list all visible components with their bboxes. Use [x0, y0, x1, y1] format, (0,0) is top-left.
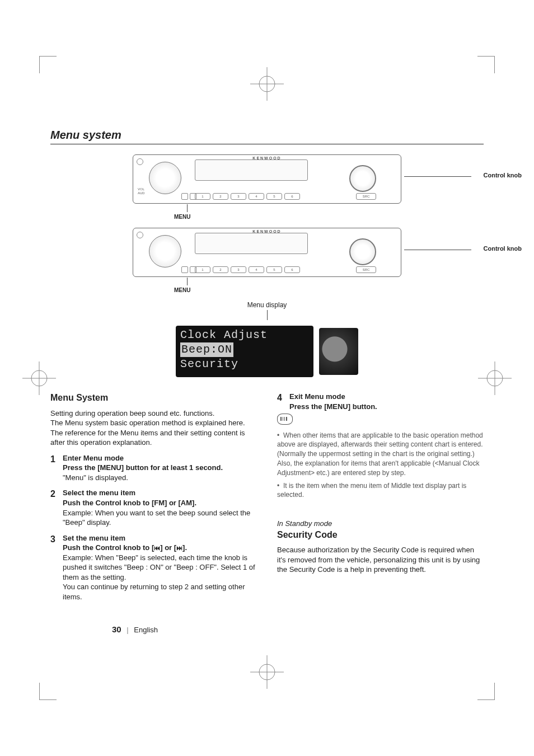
step-title: Set the menu item [63, 533, 257, 543]
step-tail: You can continue by returning to step 2 … [63, 582, 257, 602]
port-icon [137, 232, 143, 238]
rewind-icon: ⏮ [154, 545, 160, 551]
small-buttons [181, 193, 196, 200]
src-button-icon: SRC [356, 193, 376, 200]
page-footer: 30 | English [112, 624, 158, 634]
radio-unit-diagram: KENWOOD Control knob 1 2 3 4 5 6 SRC [133, 228, 401, 277]
callout-line [187, 204, 188, 212]
callout-line [404, 250, 471, 250]
intro-paragraph: Setting during operation beep sound etc.… [50, 408, 257, 419]
callout-line [404, 176, 471, 177]
step-number: 2 [50, 488, 58, 527]
step-title: Select the menu item [63, 488, 257, 498]
svg-point-6 [487, 370, 503, 386]
menu-callout-label: MENU [174, 214, 401, 220]
step-number: 3 [50, 533, 58, 602]
note-icon [277, 414, 293, 425]
registration-mark-icon [250, 67, 284, 101]
lcd-icon [195, 233, 308, 254]
left-column: Menu System Setting during operation bee… [50, 392, 257, 602]
svg-point-9 [259, 664, 275, 680]
lcd-icon [195, 159, 308, 181]
step-number: 4 [277, 392, 285, 411]
step-title: Exit Menu mode [289, 392, 484, 402]
step-1: 1 Enter Menu mode Press the [MENU] butto… [50, 453, 257, 483]
mode-label: In Standby mode [277, 519, 484, 529]
crop-mark [477, 683, 495, 700]
preset-buttons: 1 2 3 4 5 6 [195, 193, 300, 200]
step-instruction: Press the [MENU] button. [289, 402, 484, 412]
port-icon [137, 158, 143, 165]
lcd-line-highlighted: Beep:ON [180, 342, 233, 357]
preset-buttons: 1 2 3 4 5 6 [195, 266, 300, 273]
section-title: Menu system [50, 129, 484, 144]
volume-knob-icon [149, 162, 181, 194]
menu-callout-label: MENU [174, 287, 401, 293]
step-instruction: Press the [MENU] button for at least 1 s… [63, 463, 257, 473]
menu-system-heading: Menu System [50, 392, 257, 404]
volume-knob-icon [149, 235, 181, 267]
step-4: 4 Exit Menu mode Press the [MENU] button… [277, 392, 484, 411]
callout-line [187, 278, 188, 285]
lcd-line: Clock Adjust [180, 328, 309, 342]
step-body: Example: When "Beep" is selected, each t… [63, 553, 257, 583]
vol-label: VOLAUD [138, 187, 145, 195]
crop-mark [477, 56, 495, 73]
page-number: 30 [112, 624, 121, 634]
small-buttons [181, 266, 196, 273]
device-diagram-group: KENWOOD Control knob VOLAUD 1 2 3 4 5 6 [133, 154, 401, 377]
step-title: Enter Menu mode [63, 453, 257, 463]
crop-mark [39, 683, 57, 700]
registration-mark-icon [250, 655, 284, 689]
radio-unit-diagram: KENWOOD Control knob VOLAUD 1 2 3 4 5 6 [133, 154, 401, 204]
security-code-body: Because authorization by the Security Co… [277, 545, 484, 575]
step-3: 3 Set the menu item Push the Control kno… [50, 533, 257, 602]
step-body: "Menu" is displayed. [63, 473, 257, 483]
security-code-heading: Security Code [277, 529, 484, 541]
step-instruction: Push the Control knob to [FM] or [AM]. [63, 498, 257, 508]
crop-mark [39, 56, 57, 73]
control-knob-icon [349, 238, 376, 265]
intro-paragraph: The Menu system basic operation method i… [50, 418, 257, 448]
control-knob-label: Control knob [484, 172, 522, 179]
note-bullet: • When other items that are applicable t… [277, 431, 484, 478]
callout-line [267, 310, 268, 320]
note-bullet: • It is the item when the menu item of M… [277, 481, 484, 500]
src-button-icon: SRC [356, 266, 376, 273]
lcd-line: Security [180, 357, 309, 372]
step-instruction: Push the Control knob to [⏮] or [⏭]. [63, 543, 257, 553]
step-2: 2 Select the menu item Push the Control … [50, 488, 257, 527]
right-column: 4 Exit Menu mode Press the [MENU] button… [277, 392, 484, 602]
control-knob-photo [319, 328, 358, 375]
svg-point-0 [259, 76, 275, 92]
page-language: English [134, 626, 158, 634]
forward-icon: ⏭ [176, 545, 182, 551]
step-body: Example: When you want to set the beep s… [63, 508, 257, 528]
lcd-screenshot: Clock Adjust Beep:ON Security [176, 326, 313, 377]
control-knob-icon [349, 165, 376, 192]
control-knob-label: Control knob [484, 245, 522, 252]
step-number: 1 [50, 453, 58, 483]
menu-display-caption: Menu display [133, 301, 401, 309]
svg-point-3 [31, 370, 47, 386]
